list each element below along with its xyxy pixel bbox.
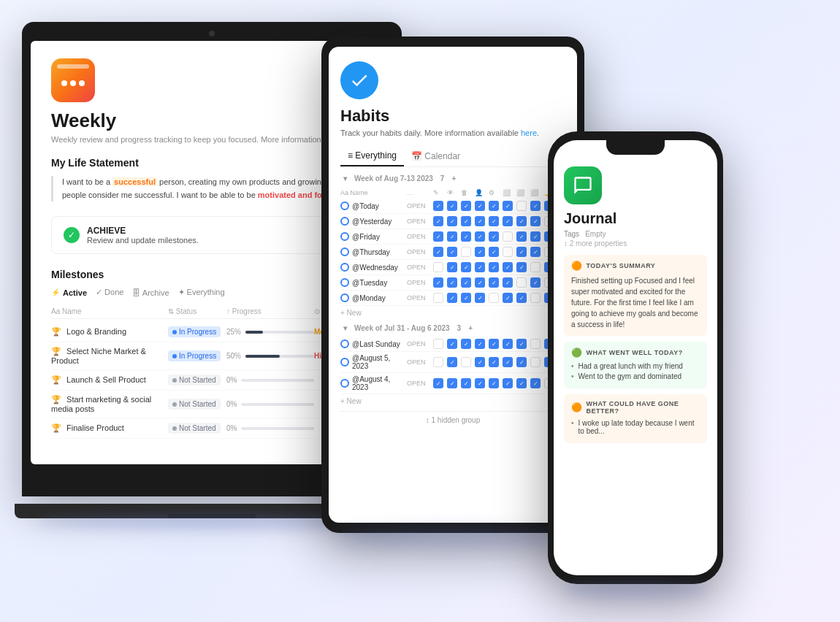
habit-check[interactable]: ✓ xyxy=(461,378,471,388)
habit-check[interactable]: ✓ xyxy=(489,378,499,388)
milestone-name: 🏆 Logo & Branding xyxy=(51,327,168,337)
more-properties[interactable]: ↕ 2 more properties xyxy=(564,239,707,247)
habit-check[interactable]: ✓ xyxy=(489,247,499,257)
habit-check[interactable]: ✓ xyxy=(461,216,471,226)
habit-check[interactable] xyxy=(433,293,443,303)
habit-check[interactable]: ✓ xyxy=(503,216,513,226)
habit-check[interactable]: ✓ xyxy=(503,339,513,349)
habit-check[interactable]: ✓ xyxy=(516,216,527,226)
habit-check[interactable]: ✓ xyxy=(530,247,541,257)
habit-check[interactable]: ✓ xyxy=(489,262,499,272)
habit-check[interactable]: ✓ xyxy=(530,277,541,288)
habit-check[interactable]: ✓ xyxy=(530,201,541,211)
habit-check[interactable] xyxy=(516,277,527,288)
habit-check[interactable]: ✓ xyxy=(489,216,499,226)
habit-check[interactable]: ✓ xyxy=(447,357,457,367)
habits-link[interactable]: here xyxy=(521,128,537,137)
habit-check[interactable]: ✓ xyxy=(461,339,471,349)
habit-check[interactable] xyxy=(503,247,513,257)
tab-everything[interactable]: ✦ Everything xyxy=(178,288,225,297)
habit-check[interactable]: ✓ xyxy=(461,262,471,272)
life-highlight-2: motivated and fo... xyxy=(258,191,329,199)
habit-check[interactable]: ✓ xyxy=(475,293,485,303)
add-new-week2[interactable]: + New xyxy=(340,394,565,408)
habit-check[interactable]: ✓ xyxy=(475,216,485,226)
habit-check[interactable]: ✓ xyxy=(461,201,471,211)
habit-check[interactable] xyxy=(516,201,527,211)
habit-check[interactable]: ✓ xyxy=(516,339,527,349)
habit-check[interactable] xyxy=(530,339,541,349)
habit-check[interactable] xyxy=(461,247,471,257)
habit-check[interactable] xyxy=(433,357,443,367)
habit-check[interactable] xyxy=(433,339,443,349)
habit-check[interactable] xyxy=(503,231,513,242)
week2-count: 3 xyxy=(457,324,462,332)
habit-check[interactable]: ✓ xyxy=(461,277,471,288)
habit-check[interactable] xyxy=(489,293,499,303)
tab-calendar[interactable]: 📅 Calendar xyxy=(404,146,467,166)
tab-everything[interactable]: ≡ Everything xyxy=(340,146,404,166)
hidden-group[interactable]: ↕ 1 hidden group xyxy=(340,411,565,429)
habit-check[interactable] xyxy=(433,262,443,272)
habit-check[interactable]: ✓ xyxy=(475,247,485,257)
habit-check[interactable]: ✓ xyxy=(503,293,513,303)
milestone-status: Not Started xyxy=(168,423,226,434)
habit-check[interactable]: ✓ xyxy=(447,262,457,272)
habit-check[interactable]: ✓ xyxy=(447,277,457,288)
habit-check[interactable]: ✓ xyxy=(489,357,499,367)
habit-check[interactable]: ✓ xyxy=(433,277,443,288)
habit-name: @Monday xyxy=(340,293,406,302)
habit-check[interactable]: ✓ xyxy=(433,216,443,226)
habit-check[interactable]: ✓ xyxy=(503,262,513,272)
habit-check[interactable] xyxy=(530,262,541,272)
habit-check[interactable] xyxy=(461,357,471,367)
habit-check[interactable]: ✓ xyxy=(447,247,457,257)
habit-check[interactable]: ✓ xyxy=(475,231,485,242)
habit-check[interactable]: ✓ xyxy=(433,378,443,388)
habit-check[interactable]: ✓ xyxy=(475,262,485,272)
habit-check[interactable]: ✓ xyxy=(489,231,499,242)
habit-check[interactable]: ✓ xyxy=(475,339,485,349)
habit-check[interactable]: ✓ xyxy=(516,378,527,388)
weekly-app-icon xyxy=(51,58,95,102)
habit-name: @Tuesday xyxy=(340,278,406,287)
habit-check[interactable]: ✓ xyxy=(447,378,457,388)
habit-check[interactable]: ✓ xyxy=(516,262,527,272)
habit-check[interactable]: ✓ xyxy=(433,201,443,211)
tab-done[interactable]: ✓ Done xyxy=(96,288,123,297)
habit-check[interactable]: ✓ xyxy=(461,231,471,242)
milestone-name: 🏆 Launch & Sell Product xyxy=(51,375,168,385)
habit-check[interactable]: ✓ xyxy=(475,201,485,211)
habit-check[interactable]: ✓ xyxy=(530,231,541,242)
tab-archive[interactable]: 🗄 Archive xyxy=(132,288,169,297)
habit-check[interactable]: ✓ xyxy=(475,357,485,367)
habit-check[interactable]: ✓ xyxy=(475,277,485,288)
habit-check[interactable]: ✓ xyxy=(530,216,541,226)
habit-check[interactable]: ✓ xyxy=(447,339,457,349)
habit-check[interactable]: ✓ xyxy=(433,247,443,257)
habit-check[interactable] xyxy=(530,357,541,367)
habit-check[interactable]: ✓ xyxy=(503,201,513,211)
habit-check[interactable]: ✓ xyxy=(475,378,485,388)
habit-check[interactable] xyxy=(530,293,541,303)
habit-check[interactable]: ✓ xyxy=(503,378,513,388)
habit-check[interactable]: ✓ xyxy=(503,277,513,288)
habit-check[interactable]: ✓ xyxy=(447,201,457,211)
habit-check[interactable]: ✓ xyxy=(447,216,457,226)
phone-screen: Journal Tags Empty ↕ 2 more properties 🟠… xyxy=(554,140,717,575)
habit-check[interactable]: ✓ xyxy=(447,293,457,303)
habit-check[interactable]: ✓ xyxy=(503,357,513,367)
habit-check[interactable]: ✓ xyxy=(530,378,541,388)
habit-check[interactable]: ✓ xyxy=(516,231,527,242)
habit-check[interactable]: ✓ xyxy=(489,339,499,349)
tab-active[interactable]: ⚡ Active xyxy=(51,288,87,297)
habit-check[interactable]: ✓ xyxy=(516,247,527,257)
habit-check[interactable]: ✓ xyxy=(516,357,527,367)
habit-check[interactable]: ✓ xyxy=(433,231,443,242)
habit-check[interactable]: ✓ xyxy=(461,293,471,303)
habit-check[interactable]: ✓ xyxy=(489,277,499,288)
habit-check[interactable]: ✓ xyxy=(447,231,457,242)
add-new-week1[interactable]: + New xyxy=(340,306,565,320)
habit-check[interactable]: ✓ xyxy=(489,201,499,211)
habit-check[interactable]: ✓ xyxy=(516,293,527,303)
